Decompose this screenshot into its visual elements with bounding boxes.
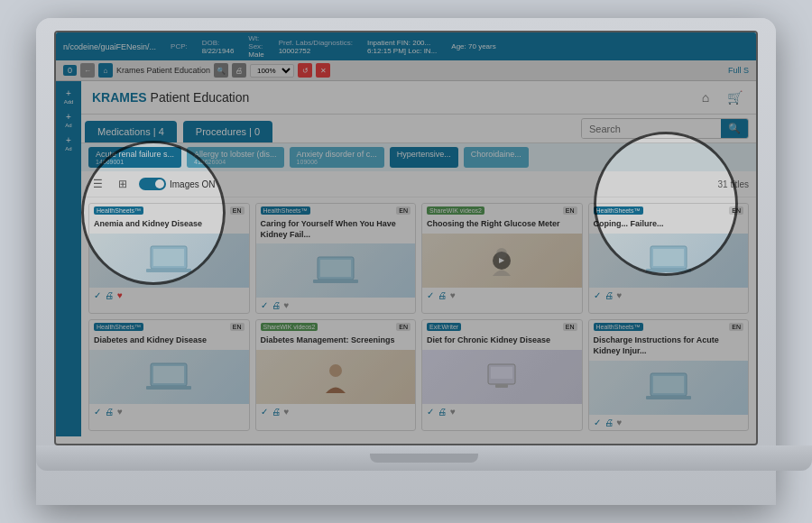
refresh-icon[interactable]: ↺ (298, 63, 312, 78)
images-label: Images ON (170, 179, 216, 189)
svg-point-13 (329, 364, 342, 377)
card-1-badge-row: HealthSheets™ EN (89, 204, 249, 217)
fullscreen-btn[interactable]: Full S (728, 66, 749, 75)
bookmark-icon-6[interactable]: ✓ (261, 407, 268, 417)
svg-rect-9 (646, 269, 691, 272)
card-6[interactable]: ShareWIK videos2 EN Diabetes Management:… (255, 319, 417, 430)
heart-icon-7[interactable]: ♥ (450, 407, 456, 417)
card-1[interactable]: HealthSheets™ EN Anemia and Kidney Disea… (88, 203, 250, 314)
search-toolbar-icon[interactable]: 🔍 (214, 63, 228, 78)
bookmark-icon-2[interactable]: ✓ (261, 300, 268, 310)
card-7-badge-row: Exit:Writer EN (422, 320, 582, 334)
sidebar-add-2[interactable]: + Ad (65, 112, 71, 128)
card-7-image (422, 350, 582, 404)
home-icon[interactable]: ⌂ (98, 63, 113, 78)
card-4-title: Coping... Failure... (589, 217, 749, 234)
list-view-icon[interactable]: ☰ (88, 175, 106, 193)
card-7-actions: ✓ 🖨 ♥ (422, 404, 582, 419)
card-8-image (589, 361, 749, 415)
status-text: Inpatient FIN: 200... (367, 39, 437, 47)
images-toggle[interactable]: Images ON (139, 178, 216, 190)
ehr-dob: DOB: 8/22/1946 (202, 39, 235, 55)
bookmark-icon-1[interactable]: ✓ (94, 290, 101, 300)
heart-icon-6[interactable]: ♥ (284, 407, 290, 417)
ehr-pref-labs: Pref. Labs/Diagnostics: 10002752 (279, 39, 353, 55)
print-icon-1[interactable]: 🖨 (105, 290, 114, 300)
bookmark-icon-8[interactable]: ✓ (594, 417, 601, 427)
cart-button[interactable]: 🛒 (724, 87, 745, 108)
dob-label: DOB: (202, 39, 235, 47)
sidebar-add-1[interactable]: + Add (64, 88, 74, 105)
print-icon[interactable]: 🖨 (232, 63, 246, 78)
card-1-lang: EN (230, 206, 245, 215)
heart-icon-3[interactable]: ♥ (450, 290, 456, 300)
condition-choroida[interactable]: Choroidaine... (464, 147, 529, 168)
card-7-badge: Exit:Writer (427, 323, 461, 331)
card-5-title: Diabetes and Kidney Disease (89, 334, 249, 350)
heart-icon-8[interactable]: ♥ (617, 417, 623, 427)
print-icon-3[interactable]: 🖨 (438, 290, 447, 300)
condition-allergy[interactable]: Allergy to lobster (dis... 418626004 (187, 147, 284, 168)
card-2-badge-row: HealthSheets™ EN (256, 204, 416, 217)
device-svg (479, 362, 524, 393)
bookmark-icon-4[interactable]: ✓ (594, 290, 601, 300)
print-icon-7[interactable]: 🖨 (438, 407, 447, 417)
bookmark-icon-5[interactable]: ✓ (94, 407, 101, 417)
print-icon-8[interactable]: 🖨 (604, 417, 614, 427)
krames-subtitle: Patient Education (151, 90, 250, 105)
card-4[interactable]: HealthSheets™ EN Coping... Failure... (588, 203, 750, 314)
card-1-image (89, 234, 249, 288)
heart-icon-4[interactable]: ♥ (617, 290, 623, 300)
zoom-select[interactable]: 100% 75% 125% (250, 64, 294, 78)
card-7[interactable]: Exit:Writer EN Diet for Chronic Kidney D… (421, 319, 583, 430)
search-input[interactable] (582, 120, 721, 138)
sidebar-add-3[interactable]: + Ad (65, 135, 71, 151)
condition-hypertensive[interactable]: Hypertensive... (390, 147, 458, 168)
card-8-lang: EN (729, 323, 743, 331)
pref-labs-label: Pref. Labs/Diagnostics: (279, 39, 353, 47)
laptop-svg-4 (646, 244, 691, 276)
card-3-badge: ShareWIK videos2 (427, 206, 484, 215)
conditions-row: Acute renal failure s... 14669001 Allerg… (81, 143, 756, 171)
back-icon[interactable]: ← (80, 63, 95, 78)
sex-value: Male (248, 50, 263, 59)
heart-icon-5[interactable]: ♥ (117, 407, 123, 417)
card-4-badge: HealthSheets™ (594, 206, 643, 215)
laptop-svg (146, 244, 191, 276)
tab-medications[interactable]: Medications | 4 (85, 121, 177, 142)
card-3-lang: EN (563, 206, 577, 215)
condition-anxiety[interactable]: Anxiety disorder of c... 109006 (290, 147, 384, 168)
card-2[interactable]: HealthSheets™ EN Caring for Yourself Whe… (255, 203, 417, 314)
card-5[interactable]: HealthSheets™ EN Diabetes and Kidney Dis… (88, 319, 250, 430)
heart-icon-2[interactable]: ♥ (284, 300, 290, 310)
card-3[interactable]: ShareWIK videos2 EN Choosing the Right G… (421, 203, 583, 314)
print-icon-6[interactable]: 🖨 (272, 407, 281, 417)
search-button[interactable]: 🔍 (721, 119, 748, 138)
ehr-wt: Wt: Sex: Male (248, 34, 263, 59)
card-3-title: Choosing the Right Glucose Meter (422, 217, 582, 234)
card-6-image (256, 350, 416, 404)
count-text: 31 titles (718, 179, 749, 189)
print-icon-2[interactable]: 🖨 (272, 300, 281, 310)
print-icon-4[interactable]: 🖨 (604, 290, 614, 300)
condition-acute-renal[interactable]: Acute renal failure s... 14669001 (88, 147, 181, 168)
search-input-wrap: 🔍 (581, 118, 749, 139)
grid-view-icon[interactable]: ⊞ (114, 175, 132, 193)
card-3-image: ▶ (422, 234, 582, 288)
laptop-screen: n/codeine/guaiFENesin/... PCP: DOB: 8/22… (54, 31, 758, 445)
home-button[interactable]: ⌂ (695, 87, 716, 108)
laptop-svg-2 (313, 255, 358, 287)
card-1-actions: ✓ 🖨 ♥ (89, 288, 249, 303)
toggle-track[interactable] (139, 178, 166, 190)
tab-procedures[interactable]: Procedures | 0 (183, 121, 272, 142)
card-8-badge: HealthSheets™ (594, 323, 643, 331)
laptop-outer: n/codeine/guaiFENesin/... PCP: DOB: 8/22… (36, 18, 776, 505)
card-1-badge: HealthSheets™ (94, 206, 143, 215)
stop-icon[interactable]: ✕ (316, 63, 330, 78)
bookmark-icon-3[interactable]: ✓ (427, 290, 434, 300)
heart-icon-1[interactable]: ♥ (117, 290, 123, 300)
svg-rect-16 (495, 384, 508, 388)
card-8[interactable]: HealthSheets™ EN Discharge Instructions … (588, 319, 750, 430)
print-icon-5[interactable]: 🖨 (105, 407, 114, 417)
bookmark-icon-7[interactable]: ✓ (427, 407, 434, 417)
